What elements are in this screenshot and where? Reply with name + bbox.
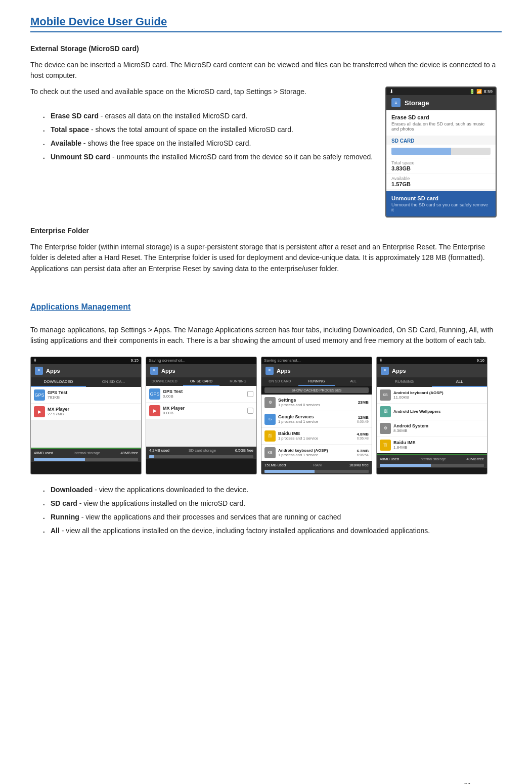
screen4-wallpaper-icon: 🖼: [380, 406, 391, 417]
unmount-title: Unmount SD card: [391, 195, 491, 201]
page-number: 31: [464, 781, 471, 784]
unmount-item: Unmount SD card Unmount the SD card so y…: [386, 191, 496, 216]
screen2-mx-check: [247, 408, 253, 414]
screen4-title: Apps: [392, 368, 406, 374]
screen4-time: 9:16: [476, 358, 484, 363]
screen1-tab-downloaded: DOWNLOADED: [31, 377, 86, 387]
screen1-list: GPS GPS Test 781KB ▶ MX Player 27.97MB: [31, 387, 141, 448]
screen1-mx-info: MX Player 27.97MB: [48, 407, 138, 416]
screen2-bar-fill: [149, 455, 154, 458]
screen3-settings-info: Settings 1 process and 0 services: [278, 398, 356, 407]
bullet-running: Running - view the applications and thei…: [42, 512, 502, 522]
phone-content: Erase SD card Erases all data on the SD …: [386, 110, 496, 216]
screen2-tab-running: RUNNING: [219, 377, 256, 386]
screen2-gps-check: [247, 391, 253, 397]
phone-screen-storage: ⬇ 🔋 📶 8:59 ≡ Storage: [385, 86, 497, 217]
screen4-wallpaper-info: Android Live Wallpapers: [393, 409, 484, 414]
screen2-tabs: DOWNLOADED ON SD CARD RUNNING: [146, 377, 256, 386]
screen3-settings-icon: ⚙: [264, 397, 276, 408]
screen2-status: Saving screenshot...: [146, 357, 256, 364]
screen1-tab-sdcard: ON SD CA...: [86, 377, 141, 387]
phone-status-bar: ⬇ 🔋 📶 8:59: [386, 88, 496, 95]
screen2-mx-icon: ▶: [149, 405, 160, 416]
total-space-label: Total space: [391, 160, 491, 165]
storage-title: Storage: [405, 99, 429, 107]
screenshots-row: ⬇ 9:15 ≡ Apps DOWNLOADED ON SD CA... GPS…: [30, 357, 502, 474]
screen4-akeyboard-info: Android keyboard (AOSP) 11.00KB: [393, 390, 484, 400]
external-storage-section: External Storage (MicroSD card) The devi…: [30, 43, 502, 217]
screen3-baidu-info: Baidu IME 1 process and 1 service: [278, 431, 354, 441]
apps-management-para: To manage applications, tap Settings > A…: [30, 325, 502, 346]
screen2-gps-icon: GPS: [149, 388, 160, 400]
screen4-item-baidu: 百 Baidu IME 1.84MB: [377, 437, 487, 453]
screen4-footer: 48MB used Internal storage 49MB free: [377, 455, 487, 463]
screen1-mx-icon: ▶: [34, 406, 45, 417]
screen1-tabs: DOWNLOADED ON SD CA...: [31, 377, 141, 387]
screen3-settings-mem: 23MB: [358, 400, 369, 405]
screen1-storage-bar: [34, 458, 138, 461]
enterprise-folder-para: The Enterprise folder (within internal s…: [30, 242, 502, 275]
screen4-list: KB Android keyboard (AOSP) 11.00KB 🖼 And…: [377, 387, 487, 453]
external-storage-para1: The device can be inserted a MicroSD car…: [30, 60, 502, 81]
screen3-list: ⚙ Settings 1 process and 0 services 23MB…: [261, 395, 372, 461]
screen4-asystem-icon: ⚙: [380, 423, 391, 434]
page-title: Mobile Device User Guide: [30, 15, 502, 32]
screen3-footer: 151MB used RAM 163MB free: [261, 461, 372, 469]
storage-app-icon: ≡: [391, 98, 401, 107]
screen2-tab-sdcard: ON SD CARD: [183, 377, 220, 386]
screen4-storage-bar: [380, 464, 484, 467]
screen2-tab-downloaded: DOWNLOADED: [146, 377, 183, 386]
storage-two-col: To check out the used and available spac…: [30, 86, 502, 217]
app-screen-running: Saving screenshot... ≡ Apps ON SD CARD R…: [261, 357, 372, 474]
screen3-keyboard-info: Android keyboard (AOSP) 1 process and 1 …: [278, 448, 354, 457]
screen3-baidu: 百 Baidu IME 1 process and 1 service 4.8M…: [261, 428, 372, 444]
screen4-bar-fill: [380, 464, 431, 467]
bullet-erase: Erase SD card - erases all data on the i…: [42, 111, 373, 121]
bullet-downloaded: Downloaded - view the applications downl…: [42, 485, 502, 495]
enterprise-folder-section: Enterprise Folder The Enterprise folder …: [30, 226, 502, 275]
total-space-value: 3.83GB: [391, 165, 491, 171]
available-label: Available: [391, 176, 491, 181]
app-screen-all: ⬇ 9:16 ≡ Apps RUNNING ALL KB Android key…: [376, 357, 487, 474]
screen3-google: G Google Services 1 process and 1 servic…: [261, 411, 372, 427]
screen4-tab-running: RUNNING: [377, 377, 432, 387]
screen2-mx-info: MX Player 0.00B: [163, 406, 245, 415]
apps-management-section: Applications Management To manage applic…: [30, 301, 502, 536]
apps-bullets: Downloaded - view the applications downl…: [30, 485, 502, 536]
screen2-storage-bar: [149, 455, 253, 458]
screen3-tab-all: ALL: [335, 377, 372, 386]
screen3-bar-fill: [264, 470, 315, 473]
screen3-storage-bar: [264, 470, 369, 473]
enterprise-folder-heading: Enterprise Folder: [30, 226, 502, 237]
screen4-status: ⬇ 9:16: [377, 357, 487, 364]
available-value: 1.57GB: [391, 181, 491, 187]
screen4-akeyboard-icon: KB: [380, 389, 391, 401]
show-cached-btn[interactable]: SHOW CACHED PROCESSES: [264, 387, 369, 393]
screen1-item-mxplayer: ▶ MX Player 27.97MB: [31, 404, 141, 420]
bullet-total: Total space - shows the total amount of …: [42, 124, 373, 135]
bullet-sdcard: SD card - view the applications installe…: [42, 498, 502, 509]
erase-sd-title: Erase SD card: [391, 114, 491, 120]
sd-bar-container: [386, 145, 496, 158]
screen1-gps-info: GPS Test 781KB: [48, 390, 138, 400]
storage-phone-mockup: ⬇ 🔋 📶 8:59 ≡ Storage: [385, 86, 502, 217]
screen3-icon: ≡: [265, 367, 274, 375]
screen3-bar-row: [261, 469, 372, 474]
screen2-list: GPS GPS Test 0.00B ▶ MX Player 0.00B: [146, 386, 256, 447]
bullet-unmount: Unmount SD card - unmounts the installed…: [42, 152, 373, 162]
screen2-item-mx: ▶ MX Player 0.00B: [146, 403, 256, 419]
external-storage-heading: External Storage (MicroSD card): [30, 43, 502, 55]
screen3-settings: ⚙ Settings 1 process and 0 services 23MB: [261, 395, 372, 411]
screen1-item-gps: GPS GPS Test 781KB: [31, 387, 141, 403]
screen2-icon: ≡: [150, 367, 158, 375]
screen2-item-gps: GPS GPS Test 0.00B: [146, 386, 256, 402]
screen4-item-akeyboard: KB Android keyboard (AOSP) 11.00KB: [377, 387, 487, 403]
screen2-gps-info: GPS Test 0.00B: [163, 389, 245, 399]
app-screen-downloaded: ⬇ 9:15 ≡ Apps DOWNLOADED ON SD CA... GPS…: [30, 357, 142, 474]
screen3-google-mem: 12MB 6:06:49: [357, 415, 369, 423]
sd-bar-fill: [391, 148, 451, 155]
screen1-time: 9:15: [130, 358, 139, 363]
screen4-item-asystem: ⚙ Android System 8.36MB: [377, 420, 487, 437]
storage-para2: To check out the used and available spac…: [30, 86, 373, 98]
screen1-status: ⬇ 9:15: [31, 357, 141, 364]
